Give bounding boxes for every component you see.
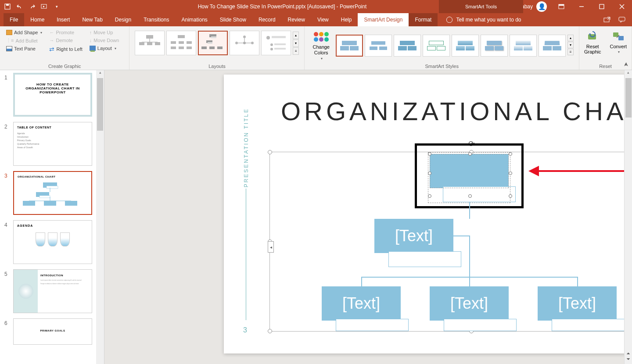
resize-handle[interactable] bbox=[509, 171, 512, 175]
thumb-2[interactable]: 2 TABLE OF CONTENTAgendaIntroductionPrim… bbox=[0, 119, 104, 168]
text-pane-expand-handle[interactable]: ◂ bbox=[268, 241, 274, 253]
resize-handle[interactable] bbox=[428, 194, 431, 198]
org-node-bottom-2[interactable]: [Text] bbox=[430, 286, 509, 321]
org-node-mid[interactable]: [Text] bbox=[374, 219, 453, 253]
layout-button[interactable]: Layout▾ bbox=[88, 45, 121, 52]
resize-handle[interactable] bbox=[509, 194, 512, 198]
slide[interactable]: PRESENTATION TITLE 3 ORGANIZATIONAL CHAR… bbox=[224, 75, 632, 353]
maximize-icon[interactable] bbox=[592, 0, 612, 13]
resize-handle[interactable] bbox=[468, 152, 472, 156]
tab-view[interactable]: View bbox=[311, 13, 335, 26]
svg-rect-22 bbox=[171, 46, 176, 49]
text-pane-button[interactable]: Text Pane bbox=[4, 45, 44, 52]
redo-icon[interactable] bbox=[26, 0, 38, 13]
tab-file[interactable]: File bbox=[4, 13, 24, 26]
minimize-icon[interactable] bbox=[571, 0, 592, 13]
thumb-3[interactable]: 3 ORGANIZATIONAL CHART bbox=[0, 168, 104, 218]
style-option-4[interactable] bbox=[423, 35, 450, 57]
style-option-2[interactable] bbox=[365, 35, 392, 57]
thumb-5[interactable]: 5 INTRODUCTIONLorem ipsum dolor sit amet… bbox=[0, 267, 104, 316]
resize-handle[interactable] bbox=[509, 152, 512, 156]
connector bbox=[469, 236, 470, 278]
tab-review[interactable]: Review bbox=[282, 13, 311, 26]
collapse-ribbon-icon[interactable]: ⮝ bbox=[622, 60, 630, 68]
org-node-bottom-1[interactable]: [Text] bbox=[322, 286, 401, 321]
style-option-3[interactable] bbox=[394, 35, 421, 57]
user-avatar[interactable]: 👤 bbox=[536, 1, 547, 12]
vertical-scrollbar[interactable]: ▴ ⏶ ⏷ bbox=[624, 70, 632, 364]
svg-marker-58 bbox=[528, 166, 539, 176]
layout-option-3-selected[interactable] bbox=[198, 31, 228, 55]
rotate-handle-icon[interactable]: ⟳ bbox=[468, 139, 475, 149]
save-icon[interactable] bbox=[2, 0, 13, 13]
share-icon[interactable] bbox=[596, 13, 618, 26]
close-icon[interactable] bbox=[612, 0, 632, 13]
qat-more-icon[interactable]: ▾ bbox=[51, 0, 62, 13]
org-node-bottom-3-sub[interactable] bbox=[552, 319, 625, 331]
org-node-mid-sub[interactable] bbox=[388, 251, 461, 267]
tab-design[interactable]: Design bbox=[109, 13, 137, 26]
convert-button[interactable]: Convert▾ bbox=[606, 28, 632, 56]
tab-record[interactable]: Record bbox=[252, 13, 282, 26]
style-option-7[interactable] bbox=[510, 35, 537, 57]
reset-graphic-button[interactable]: Reset Graphic bbox=[580, 28, 606, 56]
tab-new[interactable]: New Tab bbox=[76, 13, 108, 26]
tab-slideshow[interactable]: Slide Show bbox=[214, 13, 252, 26]
tab-insert[interactable]: Insert bbox=[50, 13, 76, 26]
start-from-beginning-icon[interactable] bbox=[39, 0, 50, 13]
prev-slide-icon[interactable]: ⏶ bbox=[626, 351, 631, 356]
svg-point-40 bbox=[270, 43, 273, 46]
style-option-1[interactable] bbox=[336, 35, 363, 57]
add-bullet-button: ⋮≡Add Bullet bbox=[4, 37, 44, 44]
style-option-6[interactable] bbox=[481, 35, 508, 57]
group-styles: Change Colors ▾ ▴ ▾ ≡ SmartArt Styles bbox=[305, 26, 579, 70]
tab-transitions[interactable]: Transitions bbox=[137, 13, 175, 26]
resize-handle[interactable] bbox=[428, 152, 431, 156]
side-title: PRESENTATION TITLE bbox=[243, 108, 249, 187]
annotation-arrow bbox=[527, 162, 632, 180]
ribbon-display-icon[interactable] bbox=[551, 0, 571, 13]
svg-rect-16 bbox=[147, 42, 152, 45]
undo-icon[interactable] bbox=[14, 0, 25, 13]
context-tools-title: SmartArt Tools bbox=[439, 0, 523, 13]
rtl-button[interactable]: ⇄Right to Left bbox=[47, 45, 84, 54]
add-shape-button[interactable]: Add Shape▾ bbox=[4, 29, 44, 36]
thumbs-scrollbar[interactable]: ▴ bbox=[96, 70, 104, 364]
resize-handle[interactable] bbox=[268, 150, 272, 154]
org-node-bottom-1-sub[interactable] bbox=[336, 319, 409, 331]
styles-more-button[interactable]: ▴ ▾ ≡ bbox=[567, 35, 574, 57]
svg-rect-24 bbox=[187, 46, 192, 49]
change-colors-button[interactable]: Change Colors ▾ bbox=[308, 29, 334, 62]
resize-handle[interactable] bbox=[428, 171, 431, 175]
style-option-8[interactable] bbox=[539, 35, 566, 57]
tab-help[interactable]: Help bbox=[335, 13, 358, 26]
tab-home[interactable]: Home bbox=[24, 13, 50, 26]
gallery-more-button[interactable]: ▴ ▾ ≡ bbox=[293, 32, 299, 55]
layout-option-4[interactable] bbox=[230, 31, 259, 55]
group-label: SmartArt Styles bbox=[308, 63, 575, 69]
tell-me[interactable]: Tell me what you want to do bbox=[438, 13, 521, 26]
layout-option-2[interactable] bbox=[166, 31, 196, 55]
style-option-5[interactable] bbox=[452, 35, 479, 57]
svg-rect-43 bbox=[274, 48, 286, 50]
thumb-1[interactable]: 1 HOW TO CREATE ORGANIZATIONAL CHART IN … bbox=[0, 70, 104, 119]
tab-smartart-design[interactable]: SmartArt Design bbox=[358, 13, 409, 26]
org-node-bottom-2-sub[interactable] bbox=[444, 319, 517, 331]
org-node-bottom-3[interactable]: [Text] bbox=[538, 286, 617, 321]
svg-point-42 bbox=[270, 48, 273, 50]
thumb-4[interactable]: 4 AGENDA bbox=[0, 218, 104, 267]
tab-animations[interactable]: Animations bbox=[175, 13, 213, 26]
layout-option-5[interactable] bbox=[261, 31, 291, 55]
resize-handle[interactable] bbox=[468, 194, 472, 198]
svg-rect-17 bbox=[155, 42, 160, 45]
tab-format[interactable]: Format bbox=[409, 13, 438, 26]
next-slide-icon[interactable]: ⏷ bbox=[626, 357, 631, 361]
title-bar: ▾ How To Change Slide Size In PowerPoint… bbox=[0, 0, 632, 13]
layout-option-1[interactable] bbox=[135, 31, 165, 55]
layouts-gallery: ▴ ▾ ≡ bbox=[133, 28, 301, 58]
resize-handle[interactable] bbox=[268, 329, 272, 333]
comments-icon[interactable] bbox=[618, 13, 632, 26]
svg-rect-1 bbox=[6, 4, 9, 6]
thumb-6[interactable]: 6 PRIMARY GOALS bbox=[0, 316, 104, 347]
svg-rect-21 bbox=[187, 41, 192, 44]
